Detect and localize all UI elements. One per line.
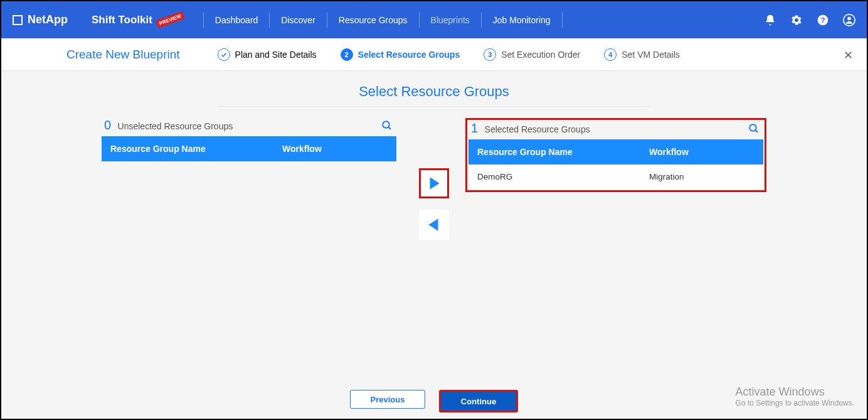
- step-number-icon: 4: [604, 48, 617, 61]
- row-workflow: Migration: [649, 172, 754, 181]
- col-rg-name: Resource Group Name: [110, 144, 282, 154]
- move-left-button[interactable]: [419, 210, 449, 240]
- watermark-line1: Activate Windows: [736, 385, 854, 399]
- user-icon[interactable]: [843, 14, 855, 26]
- step-plan-site[interactable]: Plan and Site Details: [218, 48, 317, 61]
- watermark-line2: Go to Settings to activate Windows.: [736, 399, 854, 407]
- svg-marker-6: [430, 177, 440, 190]
- svg-line-5: [388, 127, 391, 129]
- arrow-left-icon: [426, 215, 442, 234]
- arrow-right-icon: [426, 174, 442, 193]
- page-title: Create New Blueprint: [66, 48, 180, 62]
- dual-list: 0 Unselected Resource Groups Resource Gr…: [1, 118, 867, 192]
- stepper-bar: Create New Blueprint Plan and Site Detai…: [1, 38, 867, 71]
- top-nav: NetApp Shift Toolkit PREVIEW Dashboard D…: [1, 1, 867, 38]
- nav-discover[interactable]: Discover: [269, 13, 326, 28]
- help-icon[interactable]: ?: [817, 14, 829, 26]
- bell-icon[interactable]: [764, 14, 776, 26]
- step-exec-order[interactable]: 3 Set Execution Order: [484, 48, 580, 61]
- svg-point-4: [383, 121, 389, 128]
- continue-button[interactable]: Continue: [443, 394, 514, 409]
- company-name: NetApp: [28, 13, 68, 26]
- nav-items: Dashboard Discover Resource Groups Bluep…: [203, 13, 563, 28]
- step-select-rg[interactable]: 2 Select Resource Groups: [341, 48, 460, 61]
- product-name: Shift Toolkit PREVIEW: [92, 14, 184, 26]
- selected-panel: 1 Selected Resource Groups Resource Grou…: [468, 121, 763, 189]
- selected-panel-highlight: 1 Selected Resource Groups Resource Grou…: [465, 118, 766, 192]
- selected-count: 1: [471, 121, 478, 135]
- check-icon: [218, 48, 230, 61]
- svg-point-8: [749, 124, 756, 131]
- svg-point-3: [847, 16, 850, 19]
- search-icon[interactable]: [748, 123, 760, 134]
- netapp-logo-icon: [13, 15, 23, 25]
- col-workflow: Workflow: [649, 147, 754, 157]
- selected-count-label: 1 Selected Resource Groups: [471, 121, 590, 136]
- step-vm-details[interactable]: 4 Set VM Details: [604, 48, 680, 61]
- section-title: Select Resource Groups: [1, 83, 867, 100]
- unselected-label: Unselected Resource Groups: [118, 121, 233, 131]
- step-number-icon: 2: [341, 48, 353, 61]
- unselected-count-label: 0 Unselected Resource Groups: [104, 118, 233, 132]
- preview-badge: PREVIEW: [156, 11, 185, 29]
- divider: [218, 106, 650, 107]
- search-icon[interactable]: [381, 120, 393, 131]
- nav-icons: ?: [764, 14, 855, 26]
- svg-text:?: ?: [820, 16, 825, 24]
- col-rg-name: Resource Group Name: [477, 147, 649, 157]
- svg-line-9: [755, 130, 758, 132]
- unselected-count: 0: [104, 118, 111, 132]
- nav-job-monitoring[interactable]: Job Monitoring: [481, 13, 563, 28]
- windows-watermark: Activate Windows Go to Settings to activ…: [736, 385, 854, 407]
- svg-marker-7: [428, 218, 438, 231]
- move-right-button[interactable]: [419, 168, 449, 198]
- selected-table-header: Resource Group Name Workflow: [468, 139, 763, 164]
- row-rg-name: DemoRG: [477, 172, 649, 181]
- nav-dashboard[interactable]: Dashboard: [203, 13, 270, 28]
- close-icon[interactable]: ✕: [844, 48, 853, 62]
- continue-button-highlight: Continue: [439, 390, 518, 412]
- nav-resource-groups[interactable]: Resource Groups: [327, 13, 419, 28]
- col-workflow: Workflow: [282, 144, 388, 154]
- gear-icon[interactable]: [790, 14, 803, 26]
- main-content: Select Resource Groups 0 Unselected Reso…: [1, 71, 867, 192]
- brand-logo: NetApp: [13, 13, 68, 26]
- unselected-table-header: Resource Group Name Workflow: [102, 136, 396, 161]
- previous-button[interactable]: Previous: [350, 390, 425, 409]
- transfer-arrows: [419, 168, 449, 240]
- nav-blueprints[interactable]: Blueprints: [419, 13, 481, 28]
- step-number-icon: 3: [484, 48, 496, 61]
- selected-label: Selected Resource Groups: [485, 124, 590, 134]
- steps: Plan and Site Details 2 Select Resource …: [218, 48, 680, 61]
- table-row[interactable]: DemoRG Migration: [468, 164, 763, 189]
- unselected-panel: 0 Unselected Resource Groups Resource Gr…: [102, 118, 396, 192]
